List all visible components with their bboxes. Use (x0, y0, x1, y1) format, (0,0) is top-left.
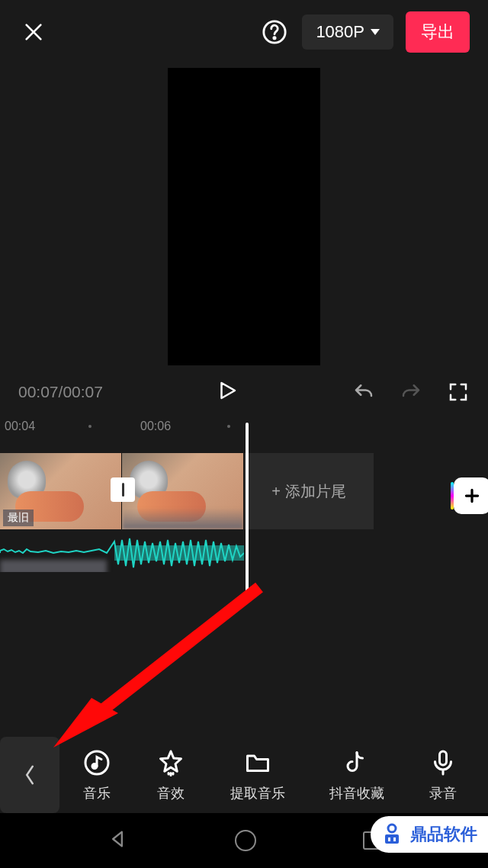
tool-record[interactable]: 录音 (428, 747, 458, 802)
mic-icon (429, 749, 457, 776)
tool-sfx[interactable]: 音效 (156, 747, 186, 802)
close-icon (21, 20, 46, 44)
fullscreen-icon (447, 381, 470, 403)
nav-back[interactable] (107, 828, 128, 853)
audio-track[interactable] (0, 534, 244, 572)
redo-icon (400, 381, 422, 403)
svg-point-1 (274, 37, 275, 39)
ruler-dot (227, 425, 230, 428)
resolution-label: 1080P (316, 22, 364, 42)
play-icon (216, 379, 239, 402)
audio-toolbar: 音乐 音效 提取音乐 抖音收藏 录音 (0, 737, 488, 813)
clip-badge: 最旧 (3, 510, 34, 526)
video-clip[interactable] (122, 453, 244, 529)
folder-icon (244, 749, 271, 776)
help-button[interactable] (259, 17, 290, 47)
watermark-logo-icon (380, 822, 404, 847)
time-label: 00:07/00:07 (18, 383, 103, 401)
video-clip[interactable]: 最旧 (0, 453, 122, 529)
undo-icon (352, 381, 375, 403)
watermark-text: 鼎品软件 (410, 823, 477, 846)
svg-rect-6 (440, 751, 447, 765)
add-ending-button[interactable]: + 添加片尾 (244, 453, 374, 529)
timeline[interactable]: 最旧 + 添加片尾 (0, 453, 488, 628)
tool-music[interactable]: 音乐 (82, 747, 112, 802)
chevron-left-icon (23, 764, 37, 786)
plus-icon (462, 486, 482, 506)
help-icon (262, 19, 287, 45)
ruler-tick: 00:04 (5, 420, 35, 433)
watermark: 鼎品软件 (371, 816, 488, 853)
music-icon (83, 749, 111, 776)
timeline-ruler[interactable]: 00:04 00:06 (0, 415, 488, 438)
douyin-icon (343, 749, 371, 776)
svg-point-7 (388, 825, 396, 832)
close-button[interactable] (18, 17, 49, 47)
redo-button[interactable] (400, 381, 422, 403)
play-button[interactable] (216, 379, 239, 405)
playhead[interactable] (246, 423, 249, 598)
svg-rect-10 (393, 837, 396, 841)
triangle-back-icon (107, 828, 128, 850)
star-icon (157, 749, 185, 776)
undo-button[interactable] (352, 381, 375, 403)
audio-label-blur (0, 560, 107, 572)
transition-button[interactable] (111, 477, 135, 502)
back-button[interactable] (0, 737, 59, 813)
svg-rect-9 (388, 837, 390, 841)
resolution-dropdown[interactable]: 1080P (302, 14, 393, 50)
svg-rect-8 (385, 834, 399, 844)
tool-douyin-fav[interactable]: 抖音收藏 (329, 747, 384, 802)
nav-home[interactable] (235, 830, 256, 851)
preview-area (0, 64, 488, 369)
ruler-tick: 00:06 (140, 420, 171, 433)
fullscreen-button[interactable] (447, 381, 470, 403)
ruler-dot (88, 425, 92, 428)
add-clip-button[interactable] (454, 477, 488, 514)
export-button[interactable]: 导出 (406, 11, 470, 53)
plus-icon: + (271, 483, 281, 500)
tool-extract[interactable]: 提取音乐 (230, 747, 285, 802)
preview-video[interactable] (168, 68, 320, 365)
